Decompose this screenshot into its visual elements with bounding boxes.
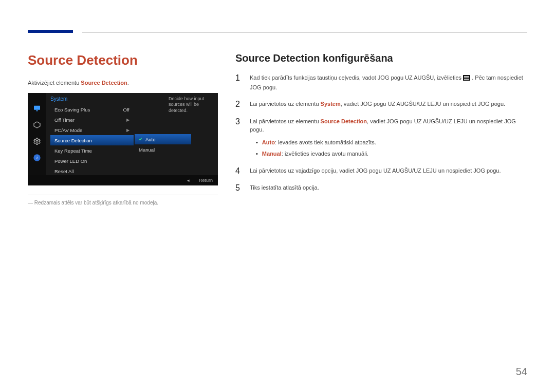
step-number: 4 xyxy=(235,166,243,176)
osd-item-label: Power LED On xyxy=(54,158,87,164)
svg-point-3 xyxy=(36,140,38,142)
osd-item-label: Key Repeat Time xyxy=(54,148,92,154)
osd-info-text: Decide how input sources will be detecte… xyxy=(169,96,215,114)
caption: ― Redzamais attēls var būt atšķirīgs atk… xyxy=(28,199,218,207)
step-3: 3 Lai pārvietotos uz elementu Source Det… xyxy=(235,117,527,158)
chevron-right-icon: ▶ xyxy=(126,128,130,133)
intro-bold: Source Detection xyxy=(81,80,127,86)
osd-icon-rail: i xyxy=(28,93,46,175)
svg-marker-2 xyxy=(34,122,40,128)
page-number: 54 xyxy=(516,366,527,378)
gear-icon xyxy=(32,136,42,146)
bullet-auto: Auto: ievades avots tiek automātiski atp… xyxy=(256,138,527,147)
step-number: 3 xyxy=(235,117,243,126)
menu-icon xyxy=(463,74,470,83)
caption-body: Redzamais attēls var būt atšķirīgs atkar… xyxy=(34,200,158,206)
right-column: Source Detection konfigurēšana 1 Kad tie… xyxy=(235,52,527,207)
osd-sub-auto: ✔ Auto xyxy=(135,134,191,144)
osd-item-off-timer: Off Timer ▶ xyxy=(50,115,134,125)
triangle-left-icon: ◂ xyxy=(187,178,190,183)
osd-item-reset-all: Reset All xyxy=(50,166,134,176)
step-body: Tiks iestatīta atlasītā opcija. xyxy=(250,183,527,192)
svg-rect-9 xyxy=(464,79,469,80)
caption-rule xyxy=(28,195,218,195)
osd-item-label: PC/AV Mode xyxy=(54,127,82,133)
top-rule xyxy=(82,32,527,33)
step2-text-a: Lai pārvietotos uz elementu xyxy=(250,101,321,107)
accent-bar xyxy=(28,30,73,33)
osd-item-source-detection: Source Detection xyxy=(50,135,134,145)
display-icon xyxy=(32,103,42,114)
svg-rect-7 xyxy=(464,76,469,77)
step3-bold: Source Detection xyxy=(321,118,367,124)
caption-dash: ― xyxy=(28,200,34,206)
bullet-auto-bold: Auto xyxy=(262,139,275,145)
osd-item-label: Off Timer xyxy=(54,117,75,123)
bullets: Auto: ievades avots tiek automātiski atp… xyxy=(256,138,527,158)
bullet-manual-text: : izvēlieties ievades avotu manuāli. xyxy=(282,151,368,157)
bullet-manual: Manual: izvēlieties ievades avotu manuāl… xyxy=(256,150,527,158)
step-2: 2 Lai pārvietotos uz elementu System, va… xyxy=(235,100,527,109)
step-1: 1 Kad tiek parādīts funkcijas taustiņu c… xyxy=(235,73,527,91)
osd-screenshot: i System Eco Saving Plus Off Off Timer ▶… xyxy=(28,93,218,185)
step2-text-b: , vadiet JOG pogu UZ AUGŠU/UZ LEJU un no… xyxy=(341,101,505,107)
left-column: Source Detection Aktivizējiet elementu S… xyxy=(28,52,218,207)
heading-main: Source Detection xyxy=(28,52,218,68)
chevron-right-icon: ▶ xyxy=(126,118,130,122)
bullet-auto-text: : ievades avots tiek automātiski atpazīt… xyxy=(275,139,376,145)
osd-item-power-led: Power LED On xyxy=(50,156,134,166)
svg-rect-0 xyxy=(34,106,40,110)
osd-bottombar: ◂ Return xyxy=(28,175,218,185)
step3-text-a: Lai pārvietotos uz elementu xyxy=(250,118,321,124)
step-number: 5 xyxy=(235,183,243,193)
step-4: 4 Lai pārvietotos uz vajadzīgo opciju, v… xyxy=(235,166,527,176)
intro-suffix: . xyxy=(127,80,129,86)
steps-list: 1 Kad tiek parādīts funkcijas taustiņu c… xyxy=(235,73,527,193)
step-body: Lai pārvietotos uz vajadzīgo opciju, vad… xyxy=(250,166,527,175)
intro-prefix: Aktivizējiet elementu xyxy=(28,80,81,86)
step-body: Lai pārvietotos uz elementu System, vadi… xyxy=(250,100,527,108)
intro-line: Aktivizējiet elementu Source Detection. xyxy=(28,80,218,86)
shape-icon xyxy=(32,120,42,130)
osd-item-value: Off xyxy=(123,107,130,113)
heading-sub: Source Detection konfigurēšana xyxy=(235,52,527,64)
osd-item-label: Reset All xyxy=(54,169,74,174)
svg-text:i: i xyxy=(36,155,38,160)
step-number: 2 xyxy=(235,100,243,109)
osd-item-pcav: PC/AV Mode ▶ xyxy=(50,125,134,135)
step-number: 1 xyxy=(235,73,243,83)
osd-item-eco-saving: Eco Saving Plus Off xyxy=(50,104,134,115)
check-icon: ✔ xyxy=(139,137,143,142)
osd-menu-list: Eco Saving Plus Off Off Timer ▶ PC/AV Mo… xyxy=(50,104,134,176)
page-body: Source Detection Aktivizējiet elementu S… xyxy=(28,52,527,207)
svg-rect-1 xyxy=(36,110,38,111)
osd-return-label: Return xyxy=(199,178,213,183)
step-body: Kad tiek parādīts funkcijas taustiņu ceļ… xyxy=(250,73,527,91)
step-body: Lai pārvietotos uz elementu Source Detec… xyxy=(250,117,527,158)
step2-bold: System xyxy=(321,101,341,107)
osd-submenu: ✔ Auto Manual xyxy=(135,134,191,155)
bullet-manual-bold: Manual xyxy=(262,151,282,157)
step-5: 5 Tiks iestatīta atlasītā opcija. xyxy=(235,183,527,193)
svg-rect-8 xyxy=(464,78,469,78)
osd-menu-title: System xyxy=(50,96,67,102)
osd-item-key-repeat: Key Repeat Time xyxy=(50,145,134,156)
step1-text-a: Kad tiek parādīts funkcijas taustiņu ceļ… xyxy=(250,74,463,81)
osd-sub-label: Manual xyxy=(139,147,155,153)
osd-item-label: Source Detection xyxy=(54,138,92,143)
osd-sub-manual: Manual xyxy=(135,144,191,155)
osd-item-label: Eco Saving Plus xyxy=(54,107,90,113)
osd-sub-label: Auto xyxy=(145,137,156,142)
info-icon: i xyxy=(32,153,42,163)
